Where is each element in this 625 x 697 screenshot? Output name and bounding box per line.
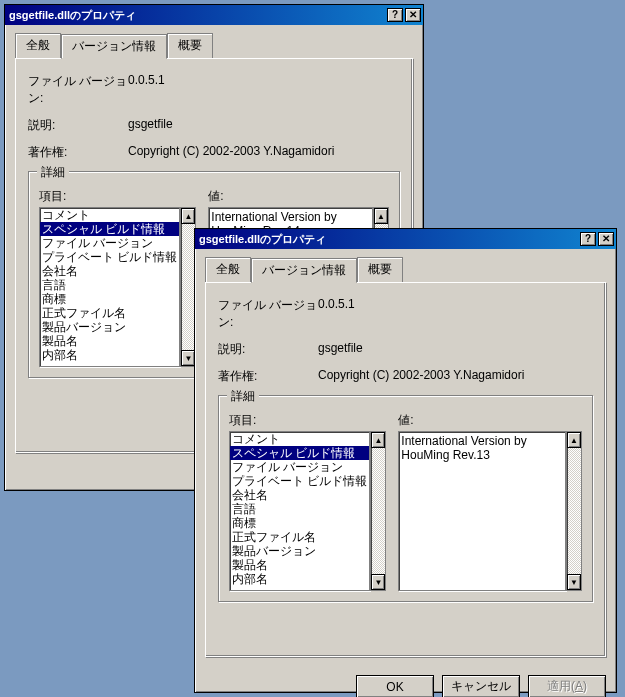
list-item[interactable]: プライベート ビルド情報 bbox=[40, 250, 179, 264]
scroll-up-icon[interactable]: ▲ bbox=[371, 432, 385, 448]
value-textarea[interactable]: International Version by HouMing Rev.13 bbox=[398, 431, 566, 591]
tab-summary[interactable]: 概要 bbox=[357, 257, 403, 282]
scroll-up-icon[interactable]: ▲ bbox=[374, 208, 388, 224]
tab-general[interactable]: 全般 bbox=[15, 33, 61, 58]
scroll-down-icon[interactable]: ▼ bbox=[567, 574, 581, 590]
copyright-value: Copyright (C) 2002-2003 Y.Nagamidori bbox=[128, 144, 400, 161]
properties-dialog-front: gsgetfile.dllのプロパティ ? ✕ 全般 バージョン情報 概要 ファ… bbox=[194, 228, 617, 693]
list-item[interactable]: 会社名 bbox=[230, 488, 369, 502]
ok-button[interactable]: OK bbox=[356, 675, 434, 697]
list-item[interactable]: 内部名 bbox=[230, 572, 369, 586]
titlebar[interactable]: gsgetfile.dllのプロパティ ? ✕ bbox=[195, 229, 616, 249]
copyright-label: 著作権: bbox=[28, 144, 128, 161]
copyright-label: 著作権: bbox=[218, 368, 318, 385]
list-item[interactable]: 商標 bbox=[40, 292, 179, 306]
apply-button[interactable]: 適用(A) bbox=[528, 675, 606, 697]
value-scrollbar[interactable]: ▲ ▼ bbox=[566, 431, 582, 591]
file-version-value: 0.0.5.1 bbox=[128, 73, 400, 107]
list-item[interactable]: ファイル バージョン bbox=[230, 460, 369, 474]
list-item[interactable]: 製品名 bbox=[230, 558, 369, 572]
items-listbox[interactable]: コメントスペシャル ビルド情報ファイル バージョンプライベート ビルド情報会社名… bbox=[229, 431, 370, 591]
scroll-down-icon[interactable]: ▼ bbox=[371, 574, 385, 590]
details-legend: 詳細 bbox=[227, 388, 259, 405]
description-label: 説明: bbox=[218, 341, 318, 358]
description-value: gsgetfile bbox=[128, 117, 400, 134]
tabstrip: 全般 バージョン情報 概要 bbox=[205, 257, 606, 282]
scroll-up-icon[interactable]: ▲ bbox=[181, 208, 195, 224]
list-item[interactable]: スペシャル ビルド情報 bbox=[40, 222, 179, 236]
list-item[interactable]: コメント bbox=[230, 432, 369, 446]
list-item[interactable]: 製品バージョン bbox=[40, 320, 179, 334]
window-title: gsgetfile.dllのプロパティ bbox=[7, 8, 385, 23]
tab-version[interactable]: バージョン情報 bbox=[61, 34, 167, 59]
window-title: gsgetfile.dllのプロパティ bbox=[197, 232, 578, 247]
list-item[interactable]: 正式ファイル名 bbox=[230, 530, 369, 544]
dialog-buttons: OK キャンセル 適用(A) bbox=[195, 667, 616, 697]
tab-summary[interactable]: 概要 bbox=[167, 33, 213, 58]
tab-general[interactable]: 全般 bbox=[205, 257, 251, 282]
file-version-label: ファイル バージョン: bbox=[218, 297, 318, 331]
tab-version[interactable]: バージョン情報 bbox=[251, 258, 357, 283]
help-button[interactable]: ? bbox=[387, 8, 403, 22]
details-legend: 詳細 bbox=[37, 164, 69, 181]
close-button[interactable]: ✕ bbox=[598, 232, 614, 246]
list-item[interactable]: 言語 bbox=[40, 278, 179, 292]
help-button[interactable]: ? bbox=[580, 232, 596, 246]
value-label: 値: bbox=[208, 188, 389, 205]
scroll-up-icon[interactable]: ▲ bbox=[567, 432, 581, 448]
value-label: 値: bbox=[398, 412, 582, 429]
file-version-value: 0.0.5.1 bbox=[318, 297, 593, 331]
items-label: 項目: bbox=[229, 412, 386, 429]
description-label: 説明: bbox=[28, 117, 128, 134]
file-version-label: ファイル バージョン: bbox=[28, 73, 128, 107]
list-item[interactable]: コメント bbox=[40, 208, 179, 222]
details-fieldset: 詳細 項目: コメントスペシャル ビルド情報ファイル バージョンプライベート ビ… bbox=[218, 395, 593, 602]
items-listbox[interactable]: コメントスペシャル ビルド情報ファイル バージョンプライベート ビルド情報会社名… bbox=[39, 207, 180, 367]
description-value: gsgetfile bbox=[318, 341, 593, 358]
tab-panel-version: ファイル バージョン: 0.0.5.1 説明: gsgetfile 著作権: C… bbox=[205, 282, 606, 657]
copyright-value: Copyright (C) 2002-2003 Y.Nagamidori bbox=[318, 368, 593, 385]
list-item[interactable]: プライベート ビルド情報 bbox=[230, 474, 369, 488]
list-item[interactable]: ファイル バージョン bbox=[40, 236, 179, 250]
tabstrip: 全般 バージョン情報 概要 bbox=[15, 33, 413, 58]
list-item[interactable]: 内部名 bbox=[40, 348, 179, 362]
close-button[interactable]: ✕ bbox=[405, 8, 421, 22]
list-item[interactable]: 正式ファイル名 bbox=[40, 306, 179, 320]
list-item[interactable]: 製品名 bbox=[40, 334, 179, 348]
list-item[interactable]: 会社名 bbox=[40, 264, 179, 278]
list-item[interactable]: スペシャル ビルド情報 bbox=[230, 446, 369, 460]
titlebar[interactable]: gsgetfile.dllのプロパティ ? ✕ bbox=[5, 5, 423, 25]
cancel-button[interactable]: キャンセル bbox=[442, 675, 520, 697]
list-item[interactable]: 商標 bbox=[230, 516, 369, 530]
items-label: 項目: bbox=[39, 188, 196, 205]
list-item[interactable]: 言語 bbox=[230, 502, 369, 516]
list-item[interactable]: 製品バージョン bbox=[230, 544, 369, 558]
listbox-scrollbar[interactable]: ▲ ▼ bbox=[370, 431, 386, 591]
